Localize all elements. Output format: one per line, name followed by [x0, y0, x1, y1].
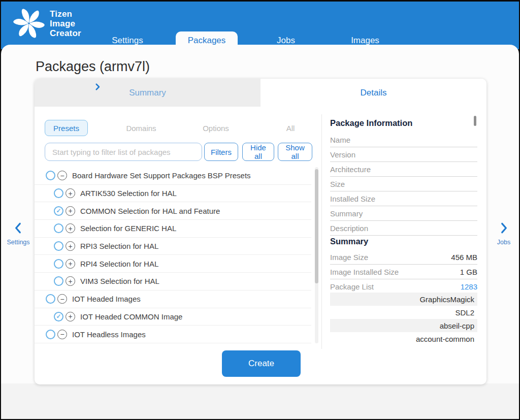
expand-toggle-icon[interactable]: [57, 330, 67, 339]
card-tab[interactable]: Details: [261, 79, 486, 107]
package-list-item[interactable]: GraphicsMagick: [330, 293, 477, 306]
tree-row[interactable]: COMMON Selection for HAL and Feature: [35, 202, 311, 220]
summary-row-value[interactable]: 1283: [461, 282, 477, 291]
app-window: Tizen Image Creator Settings Packages Jo…: [0, 0, 520, 420]
package-list-item[interactable]: SDL2: [330, 306, 477, 319]
summary-title: Summary: [330, 237, 368, 246]
package-list-item[interactable]: abseil-cpp: [330, 319, 477, 332]
tree-row-label: RPI3 Selection for HAL: [80, 242, 158, 250]
tree-row-label: VIM3 Selection for HAL: [80, 277, 159, 285]
tree-row-label: IOT Headed COMMON Image: [80, 312, 182, 321]
tree-row[interactable]: Selection for GENERIC HAL: [35, 220, 311, 238]
tree-row[interactable]: IOT Headless Images: [35, 326, 311, 343]
info-field-label: Description: [330, 221, 477, 236]
summary-row: Image Installed Size 1 GB: [330, 265, 477, 279]
select-circle-icon[interactable]: [46, 294, 55, 304]
expand-toggle-icon[interactable]: [66, 188, 75, 198]
summary-row-label: Image Installed Size: [330, 268, 399, 276]
chevron-right-icon[interactable]: [497, 221, 510, 235]
summary-rows: Image Size 456 MB Image Installed Size 1…: [330, 250, 477, 294]
tree-row-label: Board Hardware Set Support Packages BSP …: [72, 171, 251, 180]
expand-toggle-icon[interactable]: [66, 259, 75, 269]
tree-row-label: Selection for GENERIC HAL: [80, 224, 176, 233]
tree-row[interactable]: ARTIK530 Selection for HAL: [35, 185, 311, 203]
tree-row-label: COMMON Selection for HAL and Feature: [80, 207, 220, 215]
card-tab[interactable]: Summary: [35, 79, 261, 107]
segment-bar: Presets Domains Options All: [35, 120, 319, 137]
summary-row: Package List 1283: [330, 279, 477, 294]
filter-row: Filters Hide all Show all: [35, 143, 319, 161]
tree-row[interactable]: IOT Headed COMMON Image: [35, 308, 311, 326]
panes-divider: [321, 114, 322, 349]
segment-tab[interactable]: Options: [185, 120, 246, 136]
details-scrollbar-thumb[interactable]: [474, 116, 476, 126]
select-circle-icon[interactable]: [54, 312, 63, 321]
expand-toggle-icon[interactable]: [57, 294, 67, 304]
filter-action-button[interactable]: Hide all: [242, 143, 274, 161]
tree-row[interactable]: IOT Headed Images: [35, 290, 311, 308]
packages-card: Summary Details Presets Domains Options …: [35, 79, 486, 384]
tree-row-label: RPI4 Selection for HAL: [80, 260, 158, 268]
create-button[interactable]: Create: [222, 350, 301, 377]
nav-next[interactable]: Jobs: [489, 221, 519, 246]
filter-action-button[interactable]: Show all: [278, 143, 312, 161]
select-circle-icon[interactable]: [54, 188, 63, 198]
tree-scrollbar-thumb[interactable]: [315, 169, 318, 283]
expand-toggle-icon[interactable]: [66, 206, 75, 216]
expand-toggle-icon[interactable]: [66, 312, 75, 321]
segment-tab[interactable]: Presets: [45, 120, 88, 136]
select-circle-icon[interactable]: [54, 259, 63, 269]
info-field-label: Version: [330, 147, 477, 162]
nav-previous[interactable]: Settings: [3, 221, 34, 246]
summary-row-label: Image Size: [330, 253, 368, 262]
expand-toggle-icon[interactable]: [66, 276, 75, 286]
package-list: GraphicsMagick SDL2 abseil-cpp account-c…: [330, 293, 477, 345]
info-field-label: Installed Size: [330, 191, 477, 206]
package-list-item[interactable]: account-common: [330, 332, 477, 345]
select-circle-icon[interactable]: [54, 223, 63, 233]
package-tree: Board Hardware Set Support Packages BSP …: [35, 167, 311, 343]
info-field-label: Name: [330, 133, 477, 147]
select-circle-icon[interactable]: [54, 206, 63, 216]
package-filter-input[interactable]: [45, 143, 202, 161]
segment-tab[interactable]: All: [260, 120, 321, 136]
select-circle-icon[interactable]: [46, 171, 55, 180]
segment-next-chevron-icon[interactable]: [93, 82, 102, 91]
summary-row-value[interactable]: 1 GB: [460, 268, 477, 276]
nav-previous-label[interactable]: Settings: [3, 239, 34, 246]
expand-toggle-icon[interactable]: [57, 171, 67, 180]
segment-tab[interactable]: Domains: [111, 120, 172, 136]
summary-row-label: Package List: [330, 282, 374, 291]
package-information-fields: Name Version Architecture Size Installed…: [330, 133, 477, 236]
tree-row-label: ARTIK530 Selection for HAL: [80, 189, 177, 198]
tree-row[interactable]: RPI3 Selection for HAL: [35, 238, 311, 255]
expand-toggle-icon[interactable]: [66, 223, 75, 233]
package-information-title: Package Information: [330, 118, 412, 128]
card-tabs: Summary Details: [35, 79, 486, 107]
tree-row-label: IOT Headless Images: [72, 330, 146, 339]
tree-row-label: IOT Headed Images: [72, 295, 141, 303]
summary-row: Image Size 456 MB: [330, 250, 477, 265]
select-circle-icon[interactable]: [54, 241, 63, 251]
select-circle-icon[interactable]: [46, 330, 55, 339]
tree-row[interactable]: Board Hardware Set Support Packages BSP …: [35, 167, 311, 185]
chevron-left-icon[interactable]: [12, 221, 25, 235]
summary-row-value[interactable]: 456 MB: [451, 253, 477, 262]
info-field-label: Summary: [330, 206, 477, 221]
info-field-label: Size: [330, 177, 477, 191]
tree-row[interactable]: RPI4 Selection for HAL: [35, 255, 311, 273]
nav-next-label[interactable]: Jobs: [489, 239, 519, 246]
info-field-label: Architecture: [330, 162, 477, 177]
expand-toggle-icon[interactable]: [66, 241, 75, 251]
page-title: Packages (armv7l): [36, 59, 150, 75]
filter-action-button[interactable]: Filters: [204, 143, 238, 161]
tree-row[interactable]: VIM3 Selection for HAL: [35, 273, 311, 290]
select-circle-icon[interactable]: [54, 276, 63, 286]
